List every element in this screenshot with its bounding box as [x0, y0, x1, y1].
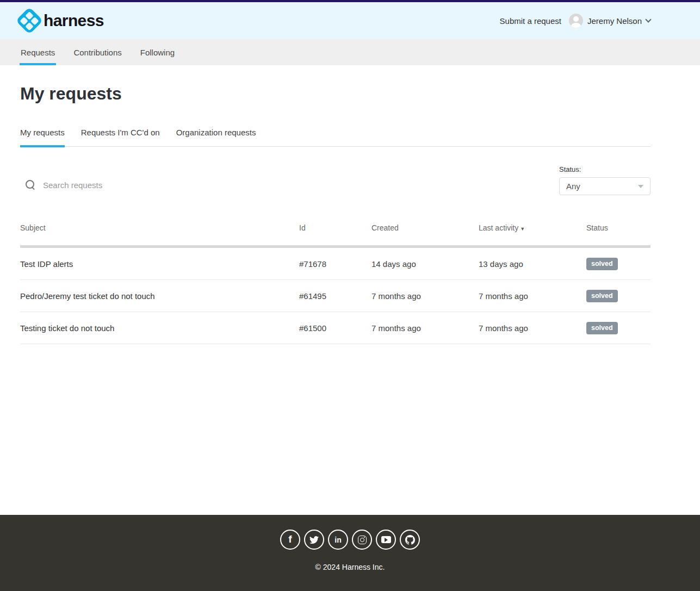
request-id: #61495 — [299, 291, 371, 301]
main-content: My requests My requests Requests I'm CC'… — [20, 65, 651, 344]
chevron-down-icon — [645, 16, 651, 22]
page-title: My requests — [20, 84, 651, 104]
request-last-activity: 7 months ago — [479, 291, 586, 301]
subtab-organization-requests[interactable]: Organization requests — [176, 128, 256, 147]
request-subject-link[interactable]: Pedro/Jeremy test ticket do not touch — [20, 291, 299, 301]
request-id: #61500 — [299, 324, 371, 333]
requests-table: Subject Id Created Last activity▼ Status… — [20, 223, 651, 344]
col-header-last-activity[interactable]: Last activity▼ — [479, 223, 586, 232]
linkedin-icon[interactable]: in — [328, 530, 348, 550]
col-header-id: Id — [299, 223, 371, 232]
subtab-requests-ccd[interactable]: Requests I'm CC'd on — [81, 128, 160, 147]
site-footer: f in © 2024 Harness Inc. — [0, 515, 700, 591]
table-row[interactable]: Test IDP alerts #71678 14 days ago 13 da… — [20, 248, 651, 280]
github-icon[interactable] — [400, 530, 420, 550]
search-input[interactable] — [43, 181, 271, 190]
submit-request-link[interactable]: Submit a request — [500, 16, 561, 26]
request-subject-link[interactable]: Testing ticket do not touch — [20, 324, 299, 333]
status-filter: Status: Any — [559, 165, 651, 195]
social-links: f in — [0, 530, 700, 550]
table-row[interactable]: Testing ticket do not touch #61500 7 mon… — [20, 312, 651, 344]
instagram-icon[interactable] — [352, 530, 372, 550]
search-box — [20, 177, 559, 195]
tab-requests[interactable]: Requests — [20, 39, 56, 65]
status-filter-label: Status: — [559, 165, 651, 173]
user-menu[interactable]: Jeremy Nelson — [569, 14, 651, 28]
table-row[interactable]: Pedro/Jeremy test ticket do not touch #6… — [20, 280, 651, 312]
request-subject-link[interactable]: Test IDP alerts — [20, 259, 299, 269]
youtube-icon[interactable] — [376, 530, 396, 550]
col-header-status: Status — [586, 223, 651, 232]
request-last-activity: 13 days ago — [479, 259, 586, 269]
request-created: 14 days ago — [371, 259, 479, 269]
tab-following[interactable]: Following — [139, 39, 176, 65]
top-nav: Requests Contributions Following — [0, 39, 700, 65]
twitter-icon[interactable] — [304, 530, 324, 550]
subtab-my-requests[interactable]: My requests — [20, 128, 65, 147]
harness-logo[interactable]: harness — [20, 11, 104, 30]
dropdown-caret-icon — [638, 185, 643, 188]
copyright-text: © 2024 Harness Inc. — [0, 563, 700, 571]
status-badge: solved — [586, 290, 618, 302]
sort-desc-icon: ▼ — [520, 226, 525, 232]
site-header: harness Submit a request Jeremy Nelson — [0, 2, 700, 39]
tab-contributions[interactable]: Contributions — [72, 39, 122, 65]
table-header-row: Subject Id Created Last activity▼ Status — [20, 223, 651, 248]
col-header-subject: Subject — [20, 223, 299, 232]
request-created: 7 months ago — [371, 324, 479, 333]
status-badge: solved — [586, 258, 618, 270]
request-created: 7 months ago — [371, 291, 479, 301]
request-id: #71678 — [299, 259, 371, 269]
request-last-activity: 7 months ago — [479, 324, 586, 333]
harness-logo-icon — [16, 7, 44, 35]
user-name: Jeremy Nelson — [587, 16, 642, 26]
facebook-icon[interactable]: f — [280, 530, 300, 550]
user-avatar — [569, 14, 583, 28]
status-select[interactable]: Any — [559, 177, 651, 195]
harness-logo-text: harness — [44, 11, 104, 30]
sub-tabs: My requests Requests I'm CC'd on Organiz… — [20, 128, 651, 147]
filter-row: Status: Any — [20, 165, 651, 195]
col-header-created: Created — [371, 223, 479, 232]
status-badge: solved — [586, 322, 618, 334]
search-icon — [26, 180, 35, 190]
status-selected-value: Any — [566, 182, 580, 191]
